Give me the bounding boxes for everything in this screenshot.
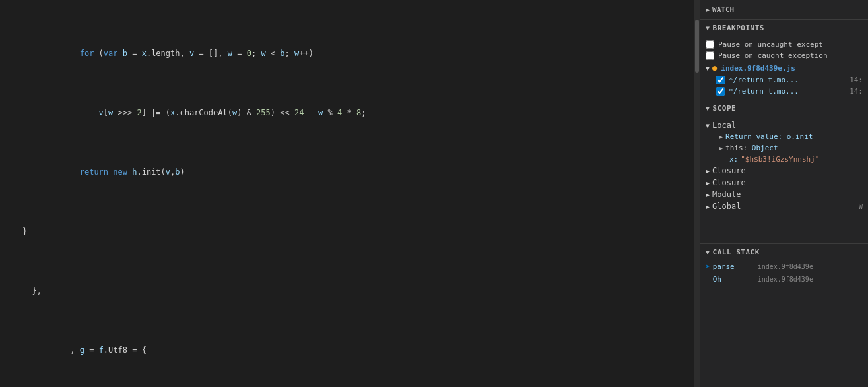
local-arrow-icon: ▼ [706, 122, 710, 129]
code-panel: for (var b = x.length, v = [], w = 0; w … [0, 0, 700, 387]
pause-caught-checkbox[interactable] [706, 51, 714, 60]
scope-return-value: ▶ Return value: o.init [714, 131, 863, 142]
scope-body: ▼ Local ▶ Return value: o.init ▶ this: O… [700, 117, 868, 215]
module-group[interactable]: ▶ Module [706, 189, 863, 200]
code-line: for (var b = x.length, v = [], w = 0; w … [0, 47, 700, 59]
scope-this: ▶ this: Object [714, 142, 863, 154]
breakpoint-line-1: 14: [850, 76, 863, 84]
scope-header[interactable]: ▼ Scope [700, 100, 868, 117]
breakpoints-arrow-icon: ▼ [706, 24, 710, 32]
breakpoint-file-arrow: ▼ [706, 65, 710, 72]
pause-uncaught-label: Pause on uncaught except [718, 40, 823, 49]
scope-section: ▼ Scope ▼ Local ▶ Return value: o.init ▶… [700, 100, 868, 244]
breakpoint-filename: index.9f8d439e.js [721, 64, 795, 73]
scope-x: x: "$h$b3!iGzsYnnshj" [714, 154, 863, 165]
pause-uncaught-checkbox[interactable] [706, 40, 714, 49]
call-stack-header[interactable]: ▼ Call Stack [700, 244, 868, 260]
call-stack-oh-file: index.9f8d439e [758, 276, 813, 283]
closure-group-1[interactable]: ▶ Closure [706, 165, 863, 177]
closure-group-2[interactable]: ▶ Closure [706, 177, 863, 189]
breakpoint-text-1: */return t.mo... [729, 76, 799, 84]
pause-caught-row: Pause on caught exception [706, 50, 863, 61]
closure-1-label: Closure [712, 166, 746, 175]
call-stack-oh-name: Oh [713, 275, 752, 283]
watch-header[interactable]: ▶ Watch [700, 0, 868, 19]
code-content: for (var b = x.length, v = [], w = 0; w … [0, 0, 700, 387]
closure-2-arrow-icon: ▶ [706, 179, 710, 187]
scope-arrow-icon: ▼ [706, 105, 710, 112]
watch-arrow-icon: ▶ [706, 6, 710, 13]
x-value: "$h$b3!iGzsYnnshj" [741, 155, 819, 164]
breakpoints-body: Pause on uncaught except Pause on caught… [700, 36, 868, 100]
closure-2-label: Closure [712, 178, 746, 187]
pause-caught-label: Pause on caught exception [718, 51, 828, 60]
global-arrow-icon: ▶ [706, 203, 710, 210]
return-value-label: Return value: o.init [725, 133, 813, 141]
global-group[interactable]: ▶ Global W [706, 200, 863, 212]
closure-1-arrow-icon: ▶ [706, 167, 710, 175]
module-arrow-icon: ▶ [706, 191, 710, 198]
scrollbar[interactable] [694, 0, 700, 387]
this-label: this: Object [725, 144, 778, 152]
code-line: , g = f.Utf8 = { [0, 344, 700, 356]
call-stack-arrow-icon: ▼ [706, 249, 710, 256]
this-arrow-icon: ▶ [719, 144, 723, 152]
pause-uncaught-row: Pause on uncaught except [706, 39, 863, 50]
watch-label: Watch [712, 5, 734, 14]
breakpoint-checkbox-1[interactable] [716, 76, 725, 84]
code-line: v[w >>> 2] |= (x.charCodeAt(w) & 255) <<… [0, 107, 700, 119]
watch-section: ▶ Watch [700, 0, 868, 20]
breakpoint-item-2: */return t.mo... 14: [706, 86, 863, 97]
breakpoint-checkbox-2[interactable] [716, 87, 725, 96]
call-stack-parse-name: parse [713, 262, 752, 271]
breakpoints-section: ▼ Breakpoints Pause on uncaught except P… [700, 20, 868, 100]
call-stack-section: ▼ Call Stack ➤ parse index.9f8d439e ➤ Oh… [700, 244, 868, 387]
breakpoint-item-1: */return t.mo... 14: [706, 74, 863, 86]
call-stack-label: Call Stack [713, 248, 760, 256]
code-line: }, [0, 285, 700, 297]
call-stack-oh-icon: ➤ [706, 275, 710, 283]
breakpoint-text-2: */return t.mo... [729, 87, 799, 96]
breakpoint-file-row: ▼ ● index.9f8d439e.js [706, 61, 863, 74]
breakpoints-header[interactable]: ▼ Breakpoints [700, 20, 868, 36]
call-stack-item-oh[interactable]: ➤ Oh index.9f8d439e [700, 273, 868, 285]
scope-label: Scope [713, 104, 737, 113]
breakpoints-label: Breakpoints [713, 24, 764, 32]
file-icon: ● [712, 63, 717, 73]
breakpoint-line-2: 14: [850, 87, 863, 96]
return-value-arrow-icon: ▶ [719, 133, 723, 140]
call-stack-item-parse[interactable]: ➤ parse index.9f8d439e [700, 260, 868, 273]
local-label: Local [712, 121, 736, 130]
local-group-header[interactable]: ▼ Local [706, 119, 863, 131]
global-label: Global [712, 202, 741, 211]
x-label: x: [729, 155, 738, 164]
local-items: ▶ Return value: o.init ▶ this: Object x:… [706, 131, 863, 165]
code-line: } [0, 225, 700, 237]
code-line: return new h.init(v,b) [0, 166, 700, 178]
right-panel: ▶ Watch ▼ Breakpoints Pause on uncaught … [700, 0, 868, 387]
module-label: Module [712, 190, 741, 199]
call-stack-parse-file: index.9f8d439e [758, 263, 813, 270]
call-stack-parse-icon: ➤ [706, 262, 710, 271]
global-suffix: W [859, 203, 863, 210]
